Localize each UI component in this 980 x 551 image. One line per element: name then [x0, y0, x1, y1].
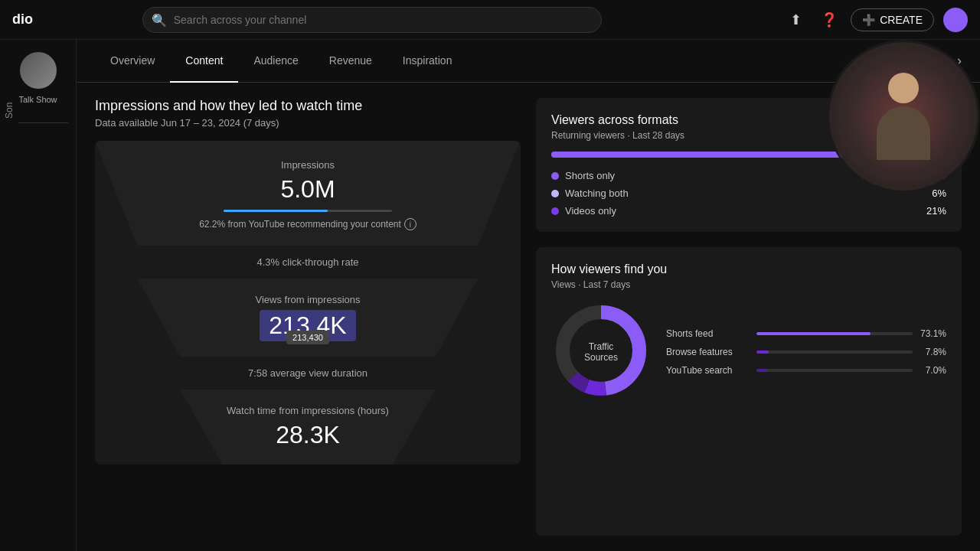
bar-shorts-only	[551, 152, 840, 158]
browse-features-track	[756, 350, 913, 354]
channel-name: Talk Show	[18, 95, 57, 104]
funnel-subtitle: Data available Jun 17 – 23, 2024 (7 days…	[95, 117, 521, 129]
ctr-row: 4.3% click-through rate	[95, 246, 521, 279]
impressions-progress-fill	[224, 210, 328, 212]
watchtime-value: 28.3K	[110, 421, 505, 449]
impressions-note: 62.2% from YouTube recommending your con…	[110, 218, 505, 230]
channel-avatar[interactable]	[20, 52, 57, 89]
watchtime-label: Watch time from impressions (hours)	[110, 405, 505, 416]
find-viewers-card: How viewers find you Views · Last 7 days	[536, 247, 962, 536]
create-button[interactable]: ➕ CREATE	[851, 8, 934, 31]
views-label: Views from impressions	[110, 294, 505, 305]
find-viewers-subtitle: Views · Last 7 days	[551, 279, 946, 290]
yt-search-fill	[756, 369, 767, 372]
search-icon: 🔍	[152, 12, 167, 27]
funnel-container: Impressions 5.0M 62.2% from YouTube reco…	[95, 141, 521, 465]
search-input[interactable]	[142, 7, 602, 33]
funnel-impressions-block: Impressions 5.0M 62.2% from YouTube reco…	[95, 141, 521, 246]
find-bar-browse: Browse features 7.8%	[666, 347, 946, 357]
create-label: CREATE	[880, 14, 923, 26]
app-logo: dio	[12, 11, 33, 28]
donut-center-label: TrafficSources	[584, 341, 618, 363]
shorts-feed-label: Shorts feed	[666, 328, 750, 339]
funnel-watchtime-block: Watch time from impressions (hours) 28.3…	[95, 390, 521, 465]
webcam-overlay	[827, 40, 980, 193]
browse-features-pct: 7.8%	[919, 347, 946, 357]
videos-only-dot	[551, 207, 559, 215]
watching-both-label: Watching both	[565, 187, 629, 199]
impressions-note-text: 62.2% from YouTube recommending your con…	[199, 219, 401, 230]
impressions-info-icon[interactable]: i	[404, 218, 416, 230]
topbar: dio 🔍 ⬆ ❓ ➕ CREATE	[0, 0, 980, 40]
funnel-panel: Impressions and how they led to watch ti…	[95, 98, 521, 536]
browse-features-label: Browse features	[666, 347, 750, 357]
views-tooltip: 213,430	[286, 331, 329, 344]
person-head	[888, 73, 919, 103]
avg-duration-row: 7:58 average view duration	[95, 357, 521, 390]
videos-only-pct: 21%	[926, 205, 946, 217]
shorts-only-label: Shorts only	[565, 170, 615, 181]
shorts-feed-fill	[756, 332, 871, 335]
help-icon[interactable]: ❓	[817, 8, 841, 32]
find-bar-search: YouTube search 7.0%	[666, 365, 946, 376]
tab-content[interactable]: Content	[170, 40, 238, 83]
tab-revenue[interactable]: Revenue	[314, 40, 387, 83]
search-bar[interactable]: 🔍	[142, 7, 602, 33]
tab-audience[interactable]: Audience	[238, 40, 313, 83]
shorts-only-dot	[551, 172, 559, 180]
tab-inspiration[interactable]: Inspiration	[387, 40, 468, 83]
videos-only-label: Videos only	[565, 205, 616, 217]
watching-both-dot	[551, 190, 559, 197]
yt-search-track	[756, 369, 913, 372]
impressions-label: Impressions	[110, 159, 505, 171]
ctr-label: 4.3% click-through rate	[257, 256, 359, 268]
traffic-donut-chart: TrafficSources	[551, 301, 651, 403]
create-plus-icon: ➕	[862, 14, 875, 26]
tab-overview[interactable]: Overview	[95, 40, 170, 83]
yt-search-label: YouTube search	[666, 365, 750, 376]
sidebar-rotated-label: Son	[0, 45, 18, 175]
webcam-background	[829, 42, 978, 191]
impressions-progress-bar	[224, 210, 392, 212]
account-avatar[interactable]	[943, 8, 968, 32]
legend-videos-only: Videos only 21%	[551, 205, 946, 217]
find-viewers-layout: TrafficSources Shorts feed 73.1%	[551, 301, 946, 403]
yt-search-pct: 7.0%	[919, 365, 946, 376]
find-bar-shorts-feed: Shorts feed 73.1%	[666, 328, 946, 339]
upload-icon[interactable]: ⬆	[783, 8, 808, 32]
find-bars: Shorts feed 73.1% Browse features 7.8%	[666, 328, 946, 376]
topbar-right: ⬆ ❓ ➕ CREATE	[783, 8, 968, 32]
shorts-feed-track	[756, 332, 913, 335]
person-body	[877, 106, 930, 160]
impressions-value: 5.0M	[110, 175, 505, 204]
shorts-feed-pct: 73.1%	[919, 328, 946, 339]
funnel-views-block: Views from impressions 213.4K 213,430	[95, 279, 521, 357]
browse-features-fill	[756, 350, 769, 354]
find-viewers-title: How viewers find you	[551, 262, 946, 276]
avg-duration-label: 7:58 average view duration	[248, 367, 368, 379]
funnel-title: Impressions and how they led to watch ti…	[95, 98, 521, 114]
